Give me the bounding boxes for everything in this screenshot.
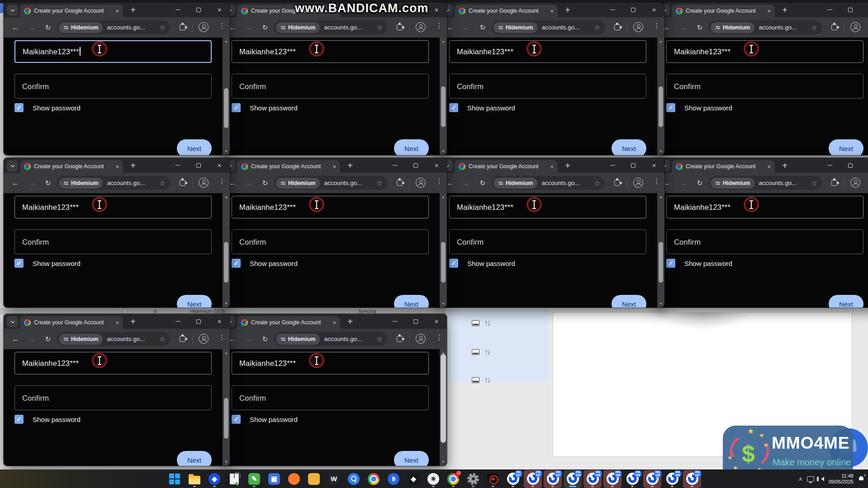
speaker-icon[interactable]	[819, 477, 824, 481]
tab-close-icon[interactable]: ×	[115, 320, 119, 326]
tab-close-icon[interactable]: ×	[332, 320, 336, 326]
page-scrollbar[interactable]: ▲ ▼	[440, 38, 447, 155]
bookmark-star-icon[interactable]: ☆	[377, 24, 383, 32]
reload-button[interactable]: ↻	[694, 178, 705, 189]
bandicam-icon[interactable]	[484, 470, 502, 488]
password-field[interactable]: Maikianhe123***	[14, 352, 212, 374]
scrollbar-thumb[interactable]	[224, 398, 228, 439]
address-bar[interactable]: Hidemium accounts.go... ☆	[57, 20, 170, 34]
password-field[interactable]: Maikianhe123***	[666, 196, 863, 218]
forward-button[interactable]: →	[26, 334, 37, 345]
taskbar-hidemium-window[interactable]: Hid038	[603, 470, 621, 488]
confirm-field[interactable]: Confirm	[449, 74, 646, 99]
extensions-icon[interactable]	[614, 180, 620, 186]
confirm-field[interactable]: Confirm	[14, 229, 212, 254]
taskbar-hidemium-window[interactable]: Hid037	[683, 470, 701, 488]
reload-button[interactable]: ↻	[260, 22, 270, 33]
bookmark-star-icon[interactable]: ☆	[160, 24, 166, 32]
page-scrollbar[interactable]: ▲ ▼	[440, 193, 447, 308]
new-tab-button[interactable]: +	[344, 159, 356, 172]
scroll-down-icon[interactable]: ▼	[657, 149, 664, 153]
reload-button[interactable]: ↻	[43, 334, 53, 345]
dark-browser-icon[interactable]: ◆	[404, 470, 422, 488]
settings-gear-icon[interactable]	[464, 470, 482, 488]
minimize-button[interactable]	[384, 314, 405, 329]
taskbar-hidemium-window[interactable]: Hid038	[623, 470, 641, 488]
new-tab-button[interactable]: +	[561, 159, 574, 172]
maximize-button[interactable]	[188, 2, 209, 17]
tab-close-icon[interactable]: ×	[332, 164, 336, 170]
extensions-icon[interactable]	[397, 180, 403, 186]
show-password-checkbox[interactable]: ✓	[232, 259, 241, 268]
browser-nine-icon[interactable]: 9	[384, 470, 403, 488]
extensions-icon[interactable]	[831, 180, 837, 186]
extensions-icon[interactable]	[614, 24, 620, 30]
page-scrollbar[interactable]: ▲ ▼	[657, 193, 664, 308]
address-bar[interactable]: Hidemium accounts.go... ☆	[274, 20, 387, 34]
scroll-up-icon[interactable]: ▲	[657, 195, 664, 199]
bookmark-star-icon[interactable]: ☆	[811, 24, 817, 32]
scroll-down-icon[interactable]: ▼	[223, 460, 230, 464]
profile-avatar-icon[interactable]	[850, 22, 860, 32]
taskbar-hidemium-window[interactable]: Hid038	[564, 470, 582, 488]
address-bar[interactable]: Hidemium accounts.go... ☆	[709, 20, 822, 34]
taskbar-hidemium-window[interactable]: Hid038	[643, 470, 661, 488]
scrollbar-thumb[interactable]	[659, 242, 663, 283]
profile-chip[interactable]: Hidemium	[59, 178, 103, 189]
confirm-field[interactable]: Confirm	[232, 229, 429, 254]
scrollbar-thumb[interactable]	[441, 242, 446, 283]
scroll-up-icon[interactable]: ▲	[223, 39, 230, 43]
password-field[interactable]: Maikianhe123***	[666, 40, 863, 63]
page-scrollbar[interactable]: ▲ ▼	[440, 349, 447, 466]
scroll-down-icon[interactable]: ▼	[440, 149, 447, 153]
profile-chip[interactable]: Hidemium	[711, 178, 754, 189]
profile-avatar-icon[interactable]	[633, 22, 643, 32]
windscribe-icon[interactable]: W	[325, 470, 343, 488]
tab-close-icon[interactable]: ×	[767, 164, 771, 170]
close-button[interactable]: ×	[861, 2, 868, 17]
confirm-field[interactable]: Confirm	[449, 229, 646, 254]
page-scrollbar[interactable]: ▲ ▼	[223, 193, 230, 308]
address-bar[interactable]: Hidemium accounts.go... ☆	[492, 176, 605, 190]
confirm-field[interactable]: Confirm	[666, 74, 863, 99]
profile-avatar-icon[interactable]	[416, 22, 426, 32]
close-button[interactable]: ×	[644, 158, 664, 173]
show-password-checkbox[interactable]: ✓	[232, 415, 241, 424]
tab-search-chevron-icon[interactable]	[7, 160, 18, 171]
profile-avatar-icon[interactable]	[199, 334, 209, 344]
profile-chip[interactable]: Hidemium	[276, 334, 320, 345]
scroll-down-icon[interactable]: ▼	[440, 302, 447, 306]
hidemium-app-icon[interactable]: ◆	[205, 470, 223, 488]
scrollbar-thumb[interactable]	[441, 86, 446, 127]
window-titlebar[interactable]: Create your Google Account × + ×	[4, 158, 230, 173]
close-button[interactable]: ×	[861, 158, 868, 173]
taskbar-hidemium-window[interactable]: Hid038	[663, 470, 681, 488]
password-field[interactable]: Maikianhe123***	[232, 40, 429, 63]
bookmark-star-icon[interactable]: ☆	[594, 179, 600, 187]
chrome-rocket-icon[interactable]	[444, 470, 462, 488]
minimize-button[interactable]	[602, 158, 623, 173]
scroll-up-icon[interactable]: ▲	[223, 195, 230, 199]
profile-avatar-icon[interactable]	[199, 178, 209, 188]
extensions-icon[interactable]	[831, 24, 837, 30]
browser-tab[interactable]: Create your Google Account ×	[672, 160, 775, 173]
minimize-button[interactable]	[819, 2, 840, 17]
new-tab-button[interactable]: +	[561, 4, 574, 16]
profile-chip[interactable]: Hidemium	[493, 178, 537, 189]
menu-kebab-icon[interactable]: ⋮	[651, 22, 663, 30]
extensions-icon[interactable]	[397, 24, 403, 30]
confirm-field[interactable]: Confirm	[14, 385, 212, 410]
bookmark-star-icon[interactable]: ☆	[160, 179, 166, 187]
window-titlebar[interactable]: Create your Google Account × + ×	[4, 314, 230, 329]
new-tab-button[interactable]: +	[778, 4, 791, 16]
profile-avatar-icon[interactable]	[633, 178, 643, 188]
back-button[interactable]: ←	[10, 178, 21, 189]
next-button[interactable]: Next	[394, 451, 429, 466]
scroll-up-icon[interactable]: ▲	[657, 39, 664, 43]
minimize-button[interactable]	[602, 2, 623, 17]
bookmark-star-icon[interactable]: ☆	[594, 24, 600, 32]
next-button[interactable]: Next	[829, 295, 863, 308]
blue-search-icon[interactable]	[345, 470, 363, 488]
reload-button[interactable]: ↻	[477, 178, 488, 189]
menu-kebab-icon[interactable]: ⋮	[433, 177, 445, 185]
